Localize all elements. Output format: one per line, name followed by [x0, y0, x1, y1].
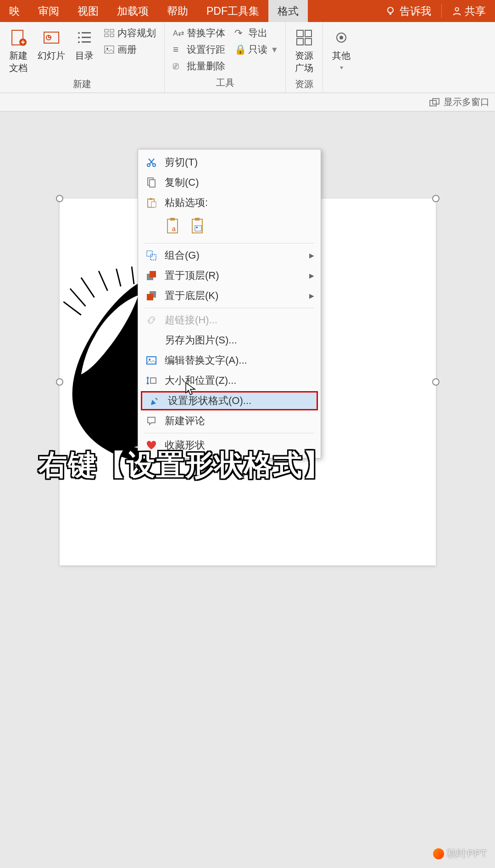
ribbon-group-other: 其他 ▾ [323, 22, 360, 93]
blank-icon [145, 333, 158, 347]
replace-font-button[interactable]: A⇄替换字体 [171, 26, 227, 40]
svg-rect-32 [150, 198, 152, 200]
resource-square-button[interactable]: 资源 广场 [292, 26, 316, 76]
format-shape-icon [148, 394, 161, 408]
ctx-paste-header: 粘贴选项: [139, 193, 320, 213]
menu-item-0[interactable]: 映 [0, 0, 29, 22]
content-plan-button[interactable]: 内容规划 [102, 26, 158, 40]
menu-separator [441, 4, 442, 18]
svg-rect-19 [297, 30, 303, 37]
selection-handle[interactable] [432, 378, 439, 386]
watermark: 秋叶PPT [433, 847, 487, 861]
svg-rect-16 [110, 34, 114, 37]
svg-rect-41 [147, 251, 152, 256]
batch-delete-icon: ⎚ [173, 61, 184, 72]
svg-point-9 [78, 37, 80, 39]
svg-rect-15 [105, 34, 108, 37]
share-button[interactable]: 共享 [443, 0, 495, 22]
ctx-alt-text[interactable]: 编辑替换文字(A)... [139, 350, 320, 370]
line-spacing-button[interactable]: ≡设置行距 [171, 42, 227, 57]
content-plan-icon [104, 28, 115, 38]
ctx-new-comment[interactable]: 新建评论 [139, 411, 320, 431]
chevron-right-icon: ▶ [309, 272, 314, 279]
ribbon-group-new: 新建 文档 幻灯片 目录 内容规划 画册 新建 [0, 22, 165, 93]
ribbon-group-tools: A⇄替换字体 ≡设置行距 ⎚批量删除 ↷导出 🔒只读▾ 工具 [165, 22, 286, 93]
readonly-icon: 🔒 [234, 44, 245, 55]
ctx-size-position[interactable]: 大小和位置(Z)... [139, 370, 320, 391]
group-icon [145, 249, 158, 262]
selection-handle[interactable] [432, 195, 439, 202]
album-button[interactable]: 画册 [102, 42, 158, 57]
group-label-tools: 工具 [171, 75, 279, 91]
other-button[interactable]: 其他 ▾ [329, 26, 353, 73]
svg-rect-8 [82, 32, 91, 33]
svg-point-40 [196, 227, 198, 228]
alt-text-icon [145, 354, 158, 367]
paste-options: a [139, 213, 320, 241]
new-doc-button[interactable]: 新建 文档 [6, 26, 30, 76]
menu-item-format[interactable]: 格式 [268, 0, 308, 22]
size-icon [145, 374, 158, 387]
svg-rect-1 [389, 13, 391, 15]
svg-rect-44 [150, 271, 156, 277]
ctx-format-shape[interactable]: 设置形状格式(O)... [141, 391, 318, 410]
group-label-resource: 资源 [292, 76, 316, 92]
context-menu: 剪切(T) 复制(C) 粘贴选项: a 组合(G) ▶ 置于顶层(R) ▶ 置于… [138, 149, 321, 459]
ctx-bring-front[interactable]: 置于顶层(R) ▶ [139, 265, 320, 286]
batch-delete-button[interactable]: ⎚批量删除 [171, 59, 227, 73]
line-spacing-icon: ≡ [173, 44, 184, 55]
ctx-save-as-picture[interactable]: 另存为图片(S)... [139, 330, 320, 350]
svg-rect-42 [150, 254, 156, 260]
paste-option-picture[interactable] [189, 216, 208, 237]
tell-me[interactable]: 告诉我 [376, 0, 440, 22]
svg-rect-38 [195, 218, 200, 221]
svg-rect-13 [105, 29, 108, 32]
copy-icon [145, 176, 158, 189]
multi-window-bar: 显示多窗口 [0, 93, 495, 111]
cut-icon [145, 155, 158, 169]
svg-rect-47 [147, 357, 156, 364]
ctx-cut[interactable]: 剪切(T) [139, 152, 320, 172]
svg-rect-22 [305, 39, 311, 45]
ctx-copy[interactable]: 复制(C) [139, 172, 320, 193]
person-icon [452, 6, 462, 16]
bring-front-icon [145, 269, 158, 282]
svg-rect-39 [195, 226, 201, 231]
menu-item-3[interactable]: 加载项 [108, 0, 158, 22]
svg-point-2 [455, 8, 458, 11]
comment-icon [145, 414, 158, 428]
selection-handle[interactable] [56, 195, 63, 202]
ctx-separator [145, 433, 314, 433]
paste-option-keep-format[interactable]: a [165, 216, 183, 237]
svg-point-7 [78, 32, 80, 34]
svg-text:a: a [172, 225, 176, 232]
svg-rect-17 [105, 46, 114, 53]
watermark-logo [433, 848, 444, 859]
tutorial-caption: 右键【设置形状格式】 [39, 446, 332, 484]
ctx-send-back[interactable]: 置于底层(K) ▶ [139, 286, 320, 306]
ribbon-group-resource: 资源 广场 资源 [286, 22, 323, 93]
font-icon: A⇄ [173, 29, 184, 38]
menu-item-1[interactable]: 审阅 [29, 0, 68, 22]
svg-rect-20 [305, 30, 311, 37]
paste-icon [145, 196, 158, 210]
menu-item-2[interactable]: 视图 [68, 0, 108, 22]
menu-item-4[interactable]: 帮助 [158, 0, 197, 22]
toc-button[interactable]: 目录 [72, 26, 96, 76]
multi-window-label[interactable]: 显示多窗口 [444, 96, 489, 108]
export-button[interactable]: ↷导出 [233, 26, 279, 40]
chevron-right-icon: ▶ [309, 292, 314, 299]
circle-icon [332, 28, 350, 47]
slide-button[interactable]: 幻灯片 [36, 26, 67, 76]
slide-icon [42, 28, 61, 47]
svg-rect-46 [147, 294, 153, 300]
menu-bar: 映 审阅 视图 加载项 帮助 PDF工具集 格式 告诉我 共享 [0, 0, 495, 22]
svg-point-0 [388, 7, 393, 13]
readonly-button[interactable]: 🔒只读▾ [233, 42, 279, 57]
menu-item-5[interactable]: PDF工具集 [197, 0, 268, 22]
send-back-icon [145, 289, 158, 303]
chevron-right-icon: ▶ [309, 252, 314, 259]
ctx-separator [145, 308, 314, 308]
ctx-group[interactable]: 组合(G) ▶ [139, 245, 320, 265]
bulb-icon [385, 6, 396, 17]
